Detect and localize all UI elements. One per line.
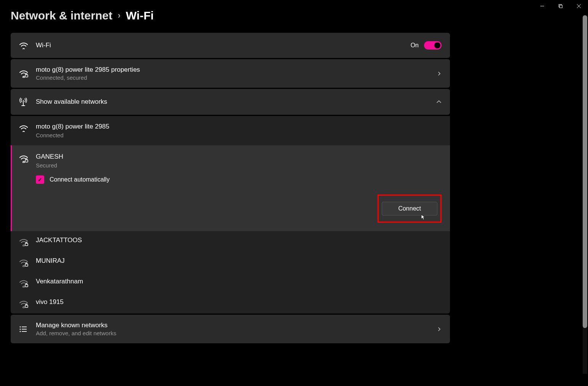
connected-sub: Connected, secured [36, 74, 433, 81]
manage-title: Manage known networks [36, 322, 433, 329]
network-item[interactable]: JACKTATTOOS [11, 231, 450, 252]
connect-button[interactable]: Connect [382, 202, 437, 216]
tutorial-highlight: Connect [378, 195, 442, 223]
window-controls [533, 0, 588, 12]
maximize-button[interactable] [551, 0, 570, 12]
connect-automatically-label: Connect automatically [50, 176, 109, 183]
wifi-state-label: On [411, 42, 419, 49]
minimize-button[interactable] [533, 0, 551, 12]
wifi-secured-icon [19, 69, 36, 78]
network-item-connected[interactable]: moto g(8) power lite 2985 Connected [11, 116, 450, 145]
list-icon [19, 326, 36, 333]
wifi-secured-icon [19, 236, 36, 246]
chevron-right-icon [437, 327, 442, 331]
available-header-label: Show available networks [36, 98, 432, 106]
network-name: JACKTATTOOS [36, 236, 442, 244]
scrollbar-thumb[interactable] [583, 15, 587, 328]
network-name: GANESH [36, 153, 442, 161]
manage-sub: Add, remove, and edit networks [36, 330, 433, 336]
wifi-label: Wi-Fi [36, 42, 411, 49]
manage-known-networks[interactable]: Manage known networks Add, remove, and e… [11, 315, 450, 343]
svg-rect-2 [560, 5, 562, 8]
breadcrumb-current: Wi-Fi [126, 9, 154, 22]
wifi-icon [19, 123, 36, 132]
svg-rect-9 [25, 285, 28, 287]
network-item-selected[interactable]: GANESH Secured ✓ Connect automatically C… [11, 145, 450, 231]
network-status: Secured [36, 162, 442, 169]
show-available-networks[interactable]: Show available networks [11, 89, 450, 115]
svg-rect-5 [25, 75, 28, 77]
network-item[interactable]: vivo 1915 [11, 293, 450, 314]
svg-point-11 [20, 326, 21, 327]
wifi-secured-icon [19, 298, 36, 308]
wifi-icon [19, 42, 36, 49]
connected-title: moto g(8) power lite 2985 properties [36, 66, 433, 74]
wifi-secured-icon [19, 153, 36, 163]
svg-rect-10 [25, 305, 28, 307]
wifi-toggle-card: Wi-Fi On [11, 33, 450, 58]
cursor-icon [421, 214, 426, 220]
chevron-right-icon: › [118, 11, 120, 21]
network-name: vivo 1915 [36, 298, 442, 306]
svg-point-13 [20, 328, 21, 330]
svg-rect-6 [25, 160, 28, 162]
chevron-right-icon [437, 71, 442, 76]
svg-rect-7 [25, 243, 28, 246]
chevron-up-icon [436, 100, 442, 104]
svg-rect-8 [25, 264, 28, 266]
network-item[interactable]: MUNIRAJ [11, 252, 450, 272]
wifi-secured-icon [19, 257, 36, 267]
network-name: MUNIRAJ [36, 257, 442, 265]
main-content: Network & internet › Wi-Fi Wi-Fi On moto… [0, 0, 450, 343]
network-status: Connected [36, 132, 442, 138]
network-name: moto g(8) power lite 2985 [36, 123, 442, 130]
antenna-icon [19, 97, 36, 106]
svg-point-15 [20, 331, 21, 332]
wifi-secured-icon [19, 278, 36, 288]
wifi-toggle[interactable] [424, 41, 442, 50]
breadcrumb: Network & internet › Wi-Fi [11, 9, 450, 22]
available-networks-list: moto g(8) power lite 2985 Connected GANE… [11, 116, 450, 314]
connect-automatically-checkbox[interactable]: ✓ [36, 175, 44, 184]
network-name: Venkatarathnam [36, 278, 442, 285]
network-item[interactable]: Venkatarathnam [11, 272, 450, 293]
breadcrumb-parent[interactable]: Network & internet [11, 9, 112, 22]
close-button[interactable] [570, 0, 588, 12]
connected-network-properties[interactable]: moto g(8) power lite 2985 properties Con… [11, 59, 450, 88]
